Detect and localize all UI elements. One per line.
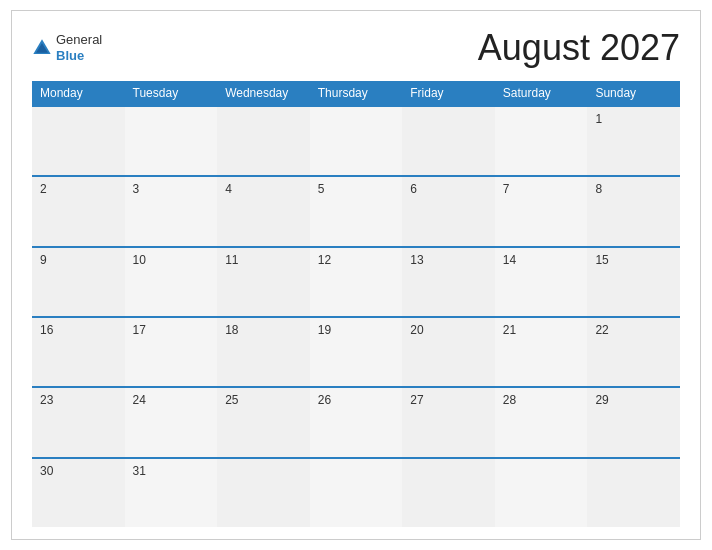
- logo-icon: [32, 38, 52, 58]
- day-cell: 3: [125, 177, 218, 245]
- calendar-header: General Blue August 2027: [32, 27, 680, 69]
- day-number: 4: [225, 182, 302, 196]
- day-number: 15: [595, 253, 672, 267]
- day-cell: 21: [495, 318, 588, 386]
- day-cell: 24: [125, 388, 218, 456]
- day-cell: 1: [587, 107, 680, 175]
- day-cell: [587, 459, 680, 527]
- day-number: 1: [595, 112, 672, 126]
- week-row: 9 10 11 12 13 14 15: [32, 246, 680, 316]
- day-cell: 29: [587, 388, 680, 456]
- day-cell: 30: [32, 459, 125, 527]
- day-cell: 6: [402, 177, 495, 245]
- day-cell: [495, 107, 588, 175]
- header-thursday: Thursday: [310, 81, 403, 105]
- day-number: 20: [410, 323, 487, 337]
- week-row: 1: [32, 105, 680, 175]
- day-number: 3: [133, 182, 210, 196]
- day-number: 31: [133, 464, 210, 478]
- day-cell: 5: [310, 177, 403, 245]
- day-cell: 28: [495, 388, 588, 456]
- day-number: 5: [318, 182, 395, 196]
- day-cell: 15: [587, 248, 680, 316]
- day-cell: 26: [310, 388, 403, 456]
- day-number: 16: [40, 323, 117, 337]
- header-monday: Monday: [32, 81, 125, 105]
- day-number: 29: [595, 393, 672, 407]
- day-number: 14: [503, 253, 580, 267]
- weeks-container: 1 2 3 4 5 6 7 8 9 10 11 12 13 14 15: [32, 105, 680, 527]
- day-number: 21: [503, 323, 580, 337]
- day-cell: [402, 459, 495, 527]
- day-cell: 18: [217, 318, 310, 386]
- day-cell: 17: [125, 318, 218, 386]
- day-cell: 2: [32, 177, 125, 245]
- day-cell: [402, 107, 495, 175]
- day-cell: [217, 107, 310, 175]
- header-wednesday: Wednesday: [217, 81, 310, 105]
- week-row: 30 31: [32, 457, 680, 527]
- day-number: 30: [40, 464, 117, 478]
- day-number: 2: [40, 182, 117, 196]
- day-cell: 4: [217, 177, 310, 245]
- day-cell: 16: [32, 318, 125, 386]
- day-cell: [310, 107, 403, 175]
- day-cell: 25: [217, 388, 310, 456]
- day-cell: 20: [402, 318, 495, 386]
- day-number: 24: [133, 393, 210, 407]
- day-number: 27: [410, 393, 487, 407]
- day-number: 18: [225, 323, 302, 337]
- day-headers-row: Monday Tuesday Wednesday Thursday Friday…: [32, 81, 680, 105]
- logo-general: General: [56, 32, 102, 48]
- day-number: 7: [503, 182, 580, 196]
- header-sunday: Sunday: [587, 81, 680, 105]
- day-cell: 9: [32, 248, 125, 316]
- logo-text: General Blue: [56, 32, 102, 63]
- logo: General Blue: [32, 32, 102, 63]
- day-cell: 31: [125, 459, 218, 527]
- day-cell: 23: [32, 388, 125, 456]
- day-number: 25: [225, 393, 302, 407]
- day-cell: 8: [587, 177, 680, 245]
- header-saturday: Saturday: [495, 81, 588, 105]
- day-cell: 11: [217, 248, 310, 316]
- day-cell: 27: [402, 388, 495, 456]
- day-cell: 12: [310, 248, 403, 316]
- day-cell: [32, 107, 125, 175]
- day-cell: 19: [310, 318, 403, 386]
- day-number: 6: [410, 182, 487, 196]
- day-number: 23: [40, 393, 117, 407]
- day-number: 12: [318, 253, 395, 267]
- day-cell: 7: [495, 177, 588, 245]
- week-row: 2 3 4 5 6 7 8: [32, 175, 680, 245]
- day-number: 10: [133, 253, 210, 267]
- header-friday: Friday: [402, 81, 495, 105]
- logo-blue: Blue: [56, 48, 102, 64]
- day-cell: 10: [125, 248, 218, 316]
- header-tuesday: Tuesday: [125, 81, 218, 105]
- calendar-grid: Monday Tuesday Wednesday Thursday Friday…: [32, 81, 680, 527]
- day-number: 11: [225, 253, 302, 267]
- day-cell: [217, 459, 310, 527]
- calendar-title: August 2027: [478, 27, 680, 69]
- day-number: 17: [133, 323, 210, 337]
- day-number: 26: [318, 393, 395, 407]
- week-row: 16 17 18 19 20 21 22: [32, 316, 680, 386]
- day-cell: [310, 459, 403, 527]
- day-number: 22: [595, 323, 672, 337]
- day-number: 19: [318, 323, 395, 337]
- day-number: 13: [410, 253, 487, 267]
- day-number: 28: [503, 393, 580, 407]
- day-cell: 13: [402, 248, 495, 316]
- day-cell: [495, 459, 588, 527]
- week-row: 23 24 25 26 27 28 29: [32, 386, 680, 456]
- day-cell: [125, 107, 218, 175]
- calendar: General Blue August 2027 Monday Tuesday …: [11, 10, 701, 540]
- day-number: 8: [595, 182, 672, 196]
- day-cell: 22: [587, 318, 680, 386]
- day-number: 9: [40, 253, 117, 267]
- day-cell: 14: [495, 248, 588, 316]
